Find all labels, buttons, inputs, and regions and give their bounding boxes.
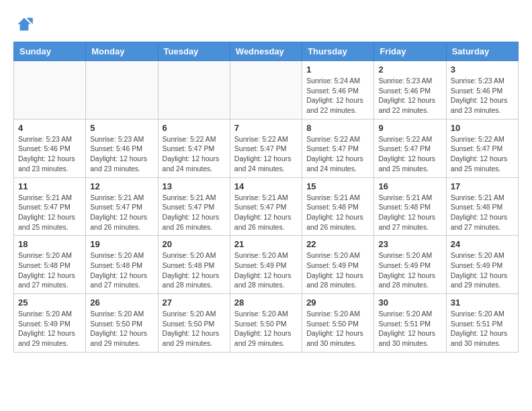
day-number: 9 [378, 123, 441, 133]
day-info: Sunrise: 5:20 AM Sunset: 5:51 PM Dayligh… [378, 309, 441, 349]
day-number: 4 [18, 123, 81, 133]
day-info: Sunrise: 5:20 AM Sunset: 5:50 PM Dayligh… [163, 309, 226, 349]
day-number: 14 [234, 181, 298, 191]
calendar-cell: 16Sunrise: 5:21 AM Sunset: 5:48 PM Dayli… [374, 177, 446, 236]
logo [13, 13, 38, 35]
calendar-cell: 3Sunrise: 5:23 AM Sunset: 5:46 PM Daylig… [446, 61, 518, 120]
day-number: 8 [306, 123, 369, 133]
day-info: Sunrise: 5:20 AM Sunset: 5:49 PM Dayligh… [378, 250, 441, 290]
day-number: 7 [234, 123, 298, 133]
day-info: Sunrise: 5:23 AM Sunset: 5:46 PM Dayligh… [378, 76, 441, 116]
day-info: Sunrise: 5:22 AM Sunset: 5:47 PM Dayligh… [234, 134, 298, 174]
day-number: 27 [163, 298, 226, 308]
calendar-cell: 25Sunrise: 5:20 AM Sunset: 5:49 PM Dayli… [14, 294, 86, 353]
weekday-header-tuesday: Tuesday [158, 42, 230, 61]
calendar-week-3: 11Sunrise: 5:21 AM Sunset: 5:47 PM Dayli… [14, 177, 519, 236]
calendar-week-4: 18Sunrise: 5:20 AM Sunset: 5:48 PM Dayli… [14, 236, 519, 294]
calendar: SundayMondayTuesdayWednesdayThursdayFrid… [13, 42, 519, 353]
day-number: 17 [451, 181, 514, 191]
calendar-cell: 31Sunrise: 5:20 AM Sunset: 5:51 PM Dayli… [446, 294, 518, 353]
day-info: Sunrise: 5:21 AM Sunset: 5:48 PM Dayligh… [306, 193, 369, 232]
day-number: 15 [306, 181, 369, 191]
weekday-header-friday: Friday [374, 42, 446, 61]
day-info: Sunrise: 5:22 AM Sunset: 5:47 PM Dayligh… [163, 134, 226, 174]
calendar-cell: 28Sunrise: 5:20 AM Sunset: 5:50 PM Dayli… [230, 294, 302, 353]
day-info: Sunrise: 5:22 AM Sunset: 5:47 PM Dayligh… [451, 134, 514, 174]
calendar-header-row: SundayMondayTuesdayWednesdayThursdayFrid… [14, 42, 519, 61]
day-number: 18 [18, 239, 81, 249]
day-number: 5 [90, 123, 153, 133]
day-number: 20 [163, 239, 226, 249]
calendar-cell: 13Sunrise: 5:21 AM Sunset: 5:47 PM Dayli… [158, 177, 230, 236]
calendar-cell: 21Sunrise: 5:20 AM Sunset: 5:49 PM Dayli… [230, 236, 302, 294]
day-info: Sunrise: 5:23 AM Sunset: 5:46 PM Dayligh… [90, 134, 153, 174]
weekday-header-sunday: Sunday [14, 42, 86, 61]
day-info: Sunrise: 5:21 AM Sunset: 5:47 PM Dayligh… [90, 193, 153, 232]
calendar-cell: 6Sunrise: 5:22 AM Sunset: 5:47 PM Daylig… [158, 119, 230, 177]
day-number: 10 [451, 123, 514, 133]
day-info: Sunrise: 5:22 AM Sunset: 5:47 PM Dayligh… [378, 134, 441, 174]
calendar-cell: 15Sunrise: 5:21 AM Sunset: 5:48 PM Dayli… [302, 177, 374, 236]
calendar-cell: 8Sunrise: 5:22 AM Sunset: 5:47 PM Daylig… [302, 119, 374, 177]
calendar-cell: 24Sunrise: 5:20 AM Sunset: 5:49 PM Dayli… [446, 236, 518, 294]
day-number: 22 [306, 239, 369, 249]
day-info: Sunrise: 5:21 AM Sunset: 5:47 PM Dayligh… [18, 193, 81, 232]
day-info: Sunrise: 5:20 AM Sunset: 5:49 PM Dayligh… [451, 250, 514, 290]
day-number: 12 [90, 181, 153, 191]
calendar-cell: 19Sunrise: 5:20 AM Sunset: 5:48 PM Dayli… [86, 236, 158, 294]
calendar-cell: 2Sunrise: 5:23 AM Sunset: 5:46 PM Daylig… [374, 61, 446, 120]
day-info: Sunrise: 5:21 AM Sunset: 5:48 PM Dayligh… [451, 193, 514, 232]
calendar-cell [14, 61, 86, 120]
day-info: Sunrise: 5:20 AM Sunset: 5:48 PM Dayligh… [18, 250, 81, 290]
weekday-header-monday: Monday [86, 42, 158, 61]
day-info: Sunrise: 5:20 AM Sunset: 5:50 PM Dayligh… [306, 309, 369, 349]
day-info: Sunrise: 5:21 AM Sunset: 5:47 PM Dayligh… [234, 193, 298, 232]
day-info: Sunrise: 5:20 AM Sunset: 5:50 PM Dayligh… [234, 309, 298, 349]
day-number: 26 [90, 298, 153, 308]
calendar-cell: 30Sunrise: 5:20 AM Sunset: 5:51 PM Dayli… [374, 294, 446, 353]
day-number: 11 [18, 181, 81, 191]
day-number: 23 [378, 239, 441, 249]
calendar-week-5: 25Sunrise: 5:20 AM Sunset: 5:49 PM Dayli… [14, 294, 519, 353]
calendar-cell: 10Sunrise: 5:22 AM Sunset: 5:47 PM Dayli… [446, 119, 518, 177]
day-number: 28 [234, 298, 298, 308]
calendar-cell: 1Sunrise: 5:24 AM Sunset: 5:46 PM Daylig… [302, 61, 374, 120]
day-number: 25 [18, 298, 81, 308]
calendar-cell: 12Sunrise: 5:21 AM Sunset: 5:47 PM Dayli… [86, 177, 158, 236]
calendar-cell: 14Sunrise: 5:21 AM Sunset: 5:47 PM Dayli… [230, 177, 302, 236]
day-number: 6 [163, 123, 226, 133]
calendar-cell: 20Sunrise: 5:20 AM Sunset: 5:48 PM Dayli… [158, 236, 230, 294]
day-info: Sunrise: 5:20 AM Sunset: 5:50 PM Dayligh… [90, 309, 153, 349]
weekday-header-saturday: Saturday [446, 42, 518, 61]
calendar-cell: 5Sunrise: 5:23 AM Sunset: 5:46 PM Daylig… [86, 119, 158, 177]
calendar-cell [230, 61, 302, 120]
weekday-header-thursday: Thursday [302, 42, 374, 61]
day-info: Sunrise: 5:21 AM Sunset: 5:47 PM Dayligh… [163, 193, 226, 232]
day-number: 30 [378, 298, 441, 308]
day-info: Sunrise: 5:20 AM Sunset: 5:51 PM Dayligh… [451, 309, 514, 349]
calendar-week-1: 1Sunrise: 5:24 AM Sunset: 5:46 PM Daylig… [14, 61, 519, 120]
day-number: 19 [90, 239, 153, 249]
calendar-cell: 9Sunrise: 5:22 AM Sunset: 5:47 PM Daylig… [374, 119, 446, 177]
day-info: Sunrise: 5:22 AM Sunset: 5:47 PM Dayligh… [306, 134, 369, 174]
calendar-cell: 7Sunrise: 5:22 AM Sunset: 5:47 PM Daylig… [230, 119, 302, 177]
calendar-cell: 22Sunrise: 5:20 AM Sunset: 5:49 PM Dayli… [302, 236, 374, 294]
day-number: 24 [451, 239, 514, 249]
day-info: Sunrise: 5:23 AM Sunset: 5:46 PM Dayligh… [18, 134, 81, 174]
day-info: Sunrise: 5:21 AM Sunset: 5:48 PM Dayligh… [378, 193, 441, 232]
day-info: Sunrise: 5:20 AM Sunset: 5:48 PM Dayligh… [163, 250, 226, 290]
calendar-cell [158, 61, 230, 120]
day-info: Sunrise: 5:20 AM Sunset: 5:49 PM Dayligh… [234, 250, 298, 290]
day-number: 2 [378, 64, 441, 75]
day-info: Sunrise: 5:20 AM Sunset: 5:49 PM Dayligh… [18, 309, 81, 349]
day-number: 21 [234, 239, 298, 249]
day-number: 31 [451, 298, 514, 308]
day-number: 13 [163, 181, 226, 191]
calendar-cell: 11Sunrise: 5:21 AM Sunset: 5:47 PM Dayli… [14, 177, 86, 236]
calendar-cell: 26Sunrise: 5:20 AM Sunset: 5:50 PM Dayli… [86, 294, 158, 353]
day-info: Sunrise: 5:20 AM Sunset: 5:49 PM Dayligh… [306, 250, 369, 290]
weekday-header-wednesday: Wednesday [230, 42, 302, 61]
calendar-cell [86, 61, 158, 120]
day-number: 29 [306, 298, 369, 308]
day-info: Sunrise: 5:24 AM Sunset: 5:46 PM Dayligh… [306, 76, 369, 116]
